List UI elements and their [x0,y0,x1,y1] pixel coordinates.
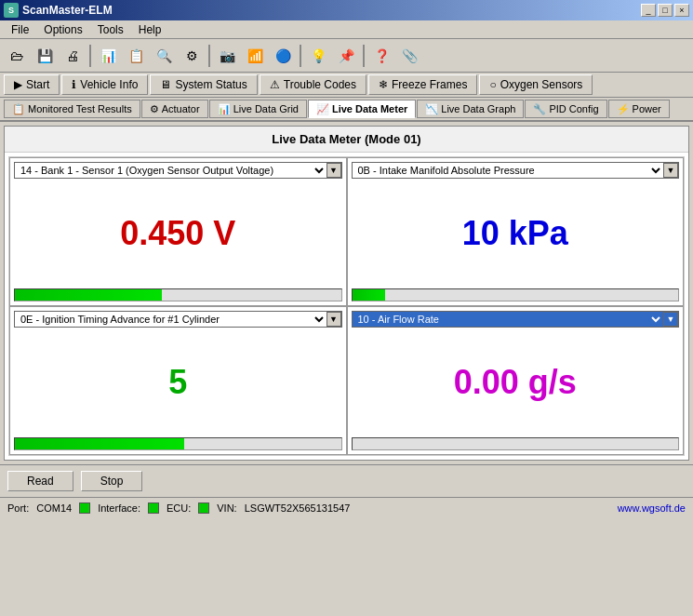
app-title: ScanMaster-ELM [22,4,113,17]
toolbar-sep1 [89,45,91,67]
pid-icon: 🔧 [533,103,546,115]
cell-bl-dropdown[interactable]: 0E - Ignition Timing Advance for #1 Cyli… [14,311,342,328]
bottom-buttons: Read Stop [0,464,693,497]
cell-tl-arrow[interactable]: ▼ [327,163,341,178]
cell-bl-arrow[interactable]: ▼ [327,312,341,327]
vehicle-info-icon: ℹ [72,78,76,91]
titlebar: S ScanMaster-ELM _ □ × [0,0,693,20]
cell-br-select-wrap: 10 - Air Flow Rate ▼ [352,311,680,328]
tab-trouble-codes[interactable]: ⚠ Trouble Codes [260,74,366,95]
cell-br-select[interactable]: 10 - Air Flow Rate [353,312,664,327]
monitored-test-icon: 📋 [12,103,25,115]
tool-new[interactable]: 🗁 [4,43,30,69]
tab-live-data-graph[interactable]: 📉 Live Data Graph [417,100,524,118]
cell-br-value: 0.00 g/s [352,331,680,434]
tab-freeze-frames[interactable]: ❄ Freeze Frames [368,74,477,95]
cell-br-bar-bg [352,437,680,450]
website: www.wgsoft.de [618,502,686,514]
tab-live-data-meter[interactable]: 📈 Live Data Meter [308,100,416,118]
cell-tl-select[interactable]: 14 - Bank 1 - Sensor 1 (Oxygen Sensor Ou… [15,163,327,178]
data-cell-tl: 14 - Bank 1 - Sensor 1 (Oxygen Sensor Ou… [9,157,347,306]
read-button[interactable]: Read [7,471,73,491]
cell-tr-select[interactable]: 0B - Intake Manifold Absolute Pressure [353,163,664,178]
monitored-test-label: Monitored Test Results [28,103,132,114]
tool-clipboard[interactable]: 📋 [123,43,149,69]
tab-system-status[interactable]: 🖥 System Status [150,74,257,95]
minimize-button[interactable]: _ [641,4,656,17]
tool-bluetooth[interactable]: 🔵 [270,43,296,69]
tab-start[interactable]: ▶ Start [4,74,60,95]
live-grid-icon: 📊 [218,103,231,115]
tool-chart[interactable]: 📊 [95,43,121,69]
tool-help[interactable]: ❓ [368,43,394,69]
tab-live-data-grid[interactable]: 📊 Live Data Grid [209,100,307,118]
menubar: File Options Tools Help [0,20,693,39]
tool-save[interactable]: 💾 [32,43,58,69]
tool-print[interactable]: 🖨 [60,43,86,69]
tool-settings[interactable]: ⚙ [179,43,205,69]
trouble-codes-icon: ⚠ [270,78,280,91]
ecu-label: ECU: [167,502,191,514]
tab-power[interactable]: ⚡ Power [608,100,670,118]
menu-file[interactable]: File [4,21,36,38]
tab-actuator[interactable]: ⚙ Actuator [141,100,208,118]
menu-options[interactable]: Options [36,21,89,38]
data-cell-tr: 0B - Intake Manifold Absolute Pressure ▼… [347,157,685,306]
titlebar-buttons[interactable]: _ □ × [641,4,689,17]
cell-br-arrow[interactable]: ▼ [663,312,678,327]
cell-br-dropdown[interactable]: 10 - Air Flow Rate ▼ [352,311,680,328]
cell-tl-dropdown[interactable]: 14 - Bank 1 - Sensor 1 (Oxygen Sensor Ou… [14,162,342,179]
oxygen-icon: ○ [489,78,496,91]
cell-tr-bar-bg [352,288,680,301]
maximize-button[interactable]: □ [658,4,673,17]
cell-tl-value: 0.450 V [14,182,342,285]
tab-system-label: System Status [175,78,247,91]
freeze-frames-icon: ❄ [379,78,388,91]
tool-attach[interactable]: 📎 [396,43,422,69]
tab-oxygen-sensors[interactable]: ○ Oxygen Sensors [479,74,593,95]
cell-tr-dropdown[interactable]: 0B - Intake Manifold Absolute Pressure ▼ [352,162,680,179]
tabs2: 📋 Monitored Test Results ⚙ Actuator 📊 Li… [0,98,693,122]
main-content: Live Data Meter (Mode 01) 14 - Bank 1 - … [4,126,689,461]
vin-label: VIN: [217,502,236,514]
toolbar-sep4 [363,45,365,67]
cell-tr-arrow[interactable]: ▼ [663,163,678,178]
cell-bl-bar-wrap [14,437,342,450]
app-icon: S [4,3,19,18]
cell-bl-select[interactable]: 0E - Ignition Timing Advance for #1 Cyli… [15,312,327,327]
data-cell-bl: 0E - Ignition Timing Advance for #1 Cyli… [9,306,347,455]
power-label: Power [633,103,661,114]
port-label: Port: [7,502,29,514]
cell-bl-select-wrap: 0E - Ignition Timing Advance for #1 Cyli… [14,311,342,328]
cell-tl-bar-bg [14,288,342,301]
vin-value: LSGWT52X565131547 [245,502,351,514]
system-status-icon: 🖥 [160,78,171,91]
page-title: Live Data Meter (Mode 01) [5,127,688,153]
menu-tools[interactable]: Tools [90,21,131,38]
live-graph-label: Live Data Graph [441,103,515,114]
statusbar: Port: COM14 Interface: ECU: VIN: LSGWT52… [0,497,693,517]
power-icon: ⚡ [617,103,630,115]
tool-signal[interactable]: 📶 [242,43,268,69]
toolbar: 🗁 💾 🖨 📊 📋 🔍 ⚙ 📷 📶 🔵 💡 📌 ❓ 📎 [0,39,693,73]
tool-camera[interactable]: 📷 [214,43,240,69]
pid-label: PID Config [549,103,598,114]
toolbar-sep3 [300,45,301,67]
tool-info[interactable]: 💡 [305,43,331,69]
cell-bl-bar-bg [14,437,342,450]
tab-freeze-label: Freeze Frames [392,78,467,91]
tab-vehicle-info[interactable]: ℹ Vehicle Info [61,74,148,95]
cell-tr-bar-fill [353,289,385,301]
close-button[interactable]: × [674,4,689,17]
tab-vehicle-label: Vehicle Info [80,78,138,91]
live-graph-icon: 📉 [425,103,438,115]
tool-search[interactable]: 🔍 [151,43,177,69]
menu-help[interactable]: Help [131,21,169,38]
tab-pid-config[interactable]: 🔧 PID Config [525,100,606,118]
start-icon: ▶ [14,78,22,91]
tool-pin[interactable]: 📌 [333,43,359,69]
titlebar-left: S ScanMaster-ELM [4,3,113,18]
stop-button[interactable]: Stop [81,471,143,491]
tab-monitored-test[interactable]: 📋 Monitored Test Results [4,100,140,118]
live-meter-icon: 📈 [316,103,329,115]
